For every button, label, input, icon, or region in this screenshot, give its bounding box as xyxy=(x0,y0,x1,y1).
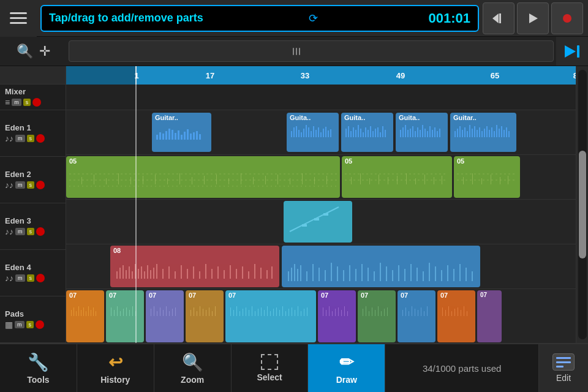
track-row-eden1[interactable]: Guitar.. xyxy=(66,110,576,155)
track-row-eden4[interactable]: 08 xyxy=(66,244,576,289)
svg-rect-222 xyxy=(114,310,115,316)
svg-rect-162 xyxy=(187,269,188,279)
block-eden1-2[interactable]: Guita.. xyxy=(287,113,339,152)
timeline-canvas[interactable]: 1 17 33 49 65 81 xyxy=(66,66,576,343)
eden3-m-btn[interactable]: m xyxy=(15,228,25,235)
svg-rect-172 xyxy=(248,271,249,279)
mixer-s-btn[interactable]: s xyxy=(23,99,31,106)
eden4-m-btn[interactable]: m xyxy=(15,274,25,282)
block-eden1-3[interactable]: Guita.. xyxy=(341,113,393,152)
block-pads-9[interactable]: 07 xyxy=(437,290,475,342)
track-name-eden4: Eden 4 xyxy=(5,263,61,272)
block-pads-6[interactable]: 07 xyxy=(318,290,356,342)
svg-rect-100 xyxy=(106,178,107,184)
move-button[interactable]: ✛ xyxy=(39,43,50,59)
draw-icon: ✏ xyxy=(339,352,353,372)
block-pads-4[interactable]: 07 xyxy=(186,290,224,342)
zoom-button[interactable]: 🔍 Zoom xyxy=(154,344,232,392)
svg-rect-307 xyxy=(461,310,461,316)
svg-rect-210 xyxy=(71,310,72,316)
block-pads-5[interactable]: 07 xyxy=(225,290,316,342)
svg-rect-24 xyxy=(298,130,300,137)
svg-rect-63 xyxy=(420,130,421,137)
block-eden2-2[interactable]: 05 xyxy=(342,156,452,198)
track-row-eden2[interactable]: 05 xyxy=(66,155,576,200)
eden3-s-btn[interactable]: s xyxy=(27,228,35,235)
svg-rect-156 xyxy=(153,268,154,279)
svg-rect-284 xyxy=(366,306,366,316)
eden4-s-btn[interactable]: s xyxy=(27,274,35,282)
svg-rect-237 xyxy=(172,309,173,316)
block-eden2-3[interactable]: 05 xyxy=(454,156,520,198)
eden2-r-btn[interactable] xyxy=(36,181,45,189)
history-button[interactable]: ↩ History xyxy=(77,344,154,392)
block-pads-2[interactable]: 07 xyxy=(106,290,144,342)
record-button[interactable] xyxy=(551,2,583,34)
right-arrow-button[interactable] xyxy=(556,37,588,66)
second-row: 🔍 ✛ xyxy=(0,37,588,66)
block-pads-7[interactable]: 07 xyxy=(358,290,396,342)
block-eden2-1[interactable]: 05 xyxy=(66,156,340,198)
scroll-track[interactable] xyxy=(578,70,587,339)
svg-rect-254 xyxy=(249,310,249,316)
svg-rect-217 xyxy=(88,306,89,316)
scrollbar-right[interactable] xyxy=(576,66,588,343)
svg-rect-231 xyxy=(154,306,154,316)
svg-rect-182 xyxy=(306,271,307,281)
scroll-thumb[interactable] xyxy=(579,151,586,258)
mixer-m-btn[interactable]: m xyxy=(12,99,21,106)
eden2-m-btn[interactable]: m xyxy=(15,181,25,189)
rewind-button[interactable] xyxy=(483,2,514,34)
svg-rect-70 xyxy=(437,131,438,137)
magnify-button[interactable]: 🔍 xyxy=(17,43,33,59)
svg-rect-309 xyxy=(467,311,467,316)
svg-rect-33 xyxy=(320,132,322,137)
block-eden1-4[interactable]: Guita.. xyxy=(396,113,448,152)
eden1-m-btn[interactable]: m xyxy=(15,135,25,142)
svg-rect-283 xyxy=(363,309,363,316)
svg-rect-39 xyxy=(348,126,349,137)
pads-s-btn[interactable]: s xyxy=(26,321,34,328)
timeline-ruler: 1 17 33 49 65 81 xyxy=(66,66,576,85)
block-pads-3[interactable]: 07 xyxy=(146,290,184,342)
horizontal-scrollbar[interactable] xyxy=(69,40,554,62)
draw-button[interactable]: ✏ Draw xyxy=(308,344,385,392)
ruler-mark-49: 49 xyxy=(396,71,405,80)
select-button[interactable]: Select xyxy=(232,344,309,392)
svg-rect-107 xyxy=(192,177,192,184)
svg-rect-60 xyxy=(412,126,413,137)
track-row-mixer[interactable] xyxy=(66,85,576,110)
svg-rect-50 xyxy=(375,129,376,137)
eden2-s-btn[interactable]: s xyxy=(27,181,35,189)
block-eden4-2[interactable] xyxy=(282,246,480,287)
eden1-s-btn[interactable]: s xyxy=(27,135,35,142)
eden4-r-btn[interactable] xyxy=(36,274,45,282)
track-row-eden3[interactable] xyxy=(66,200,576,244)
svg-rect-293 xyxy=(405,307,406,316)
block-eden1-5[interactable]: Guitar.. xyxy=(450,113,516,152)
svg-rect-142 xyxy=(314,218,319,221)
eden3-r-btn[interactable] xyxy=(36,227,45,236)
svg-rect-121 xyxy=(351,177,352,184)
svg-rect-64 xyxy=(422,125,423,137)
block-pads-8[interactable]: 07 xyxy=(398,290,435,342)
pads-r-btn[interactable] xyxy=(36,320,44,329)
block-pads-1[interactable]: 07 xyxy=(66,290,104,342)
play-button[interactable] xyxy=(517,2,549,34)
tools-button[interactable]: 🔧 Tools xyxy=(0,344,77,392)
menu-button[interactable] xyxy=(0,0,37,37)
svg-rect-40 xyxy=(350,131,352,137)
eden1-r-btn[interactable] xyxy=(36,134,45,143)
block-eden1-1[interactable]: Guitar.. xyxy=(152,113,211,152)
edit-button[interactable]: Edit xyxy=(539,344,588,392)
track-row-pads[interactable]: 07 07 07 07 xyxy=(66,289,576,343)
block-pads-10[interactable]: 07 xyxy=(477,290,502,342)
pads-m-btn[interactable]: m xyxy=(15,321,24,328)
mixer-r-btn[interactable] xyxy=(32,98,41,107)
svg-rect-261 xyxy=(270,311,271,316)
svg-rect-205 xyxy=(447,265,448,281)
track-label-mixer: Mixer ≡ m s xyxy=(0,85,66,110)
svg-rect-295 xyxy=(412,306,412,316)
block-eden3-1[interactable] xyxy=(284,201,352,243)
svg-rect-277 xyxy=(332,311,333,316)
